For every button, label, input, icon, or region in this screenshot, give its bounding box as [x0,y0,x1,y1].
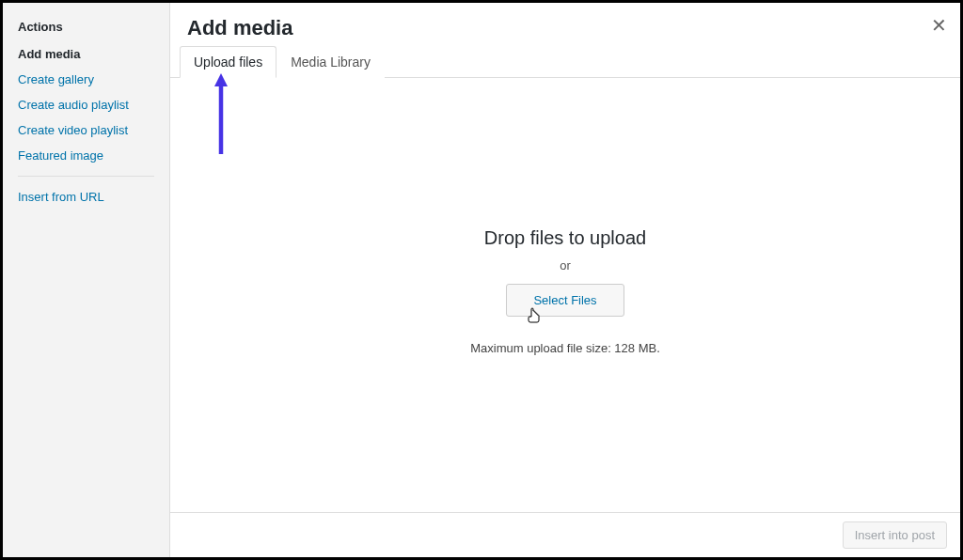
upload-dropzone[interactable]: Drop files to upload or Select Files Max… [170,70,960,512]
insert-into-post-button[interactable]: Insert into post [843,521,947,549]
modal-footer: Insert into post [170,512,960,557]
sidebar: Actions Add media Create gallery Create … [3,3,170,557]
sidebar-title: Actions [18,20,154,34]
modal-header: Add media ✕ [170,3,960,46]
modal-title: Add media [187,16,943,40]
sidebar-item-create-video-playlist[interactable]: Create video playlist [18,123,154,137]
sidebar-divider [18,176,154,177]
select-files-button[interactable]: Select Files [506,284,624,317]
sidebar-item-create-audio-playlist[interactable]: Create audio playlist [18,98,154,112]
or-text: or [560,258,571,272]
sidebar-item-add-media[interactable]: Add media [18,47,154,61]
sidebar-item-create-gallery[interactable]: Create gallery [18,72,154,86]
close-icon[interactable]: ✕ [931,16,947,35]
max-upload-size-text: Maximum upload file size: 128 MB. [470,341,660,355]
sidebar-item-featured-image[interactable]: Featured image [18,148,154,163]
sidebar-item-insert-from-url[interactable]: Insert from URL [18,190,154,204]
drop-files-text: Drop files to upload [484,227,646,249]
main-panel: Add media ✕ Upload files Media Library D… [170,3,960,557]
